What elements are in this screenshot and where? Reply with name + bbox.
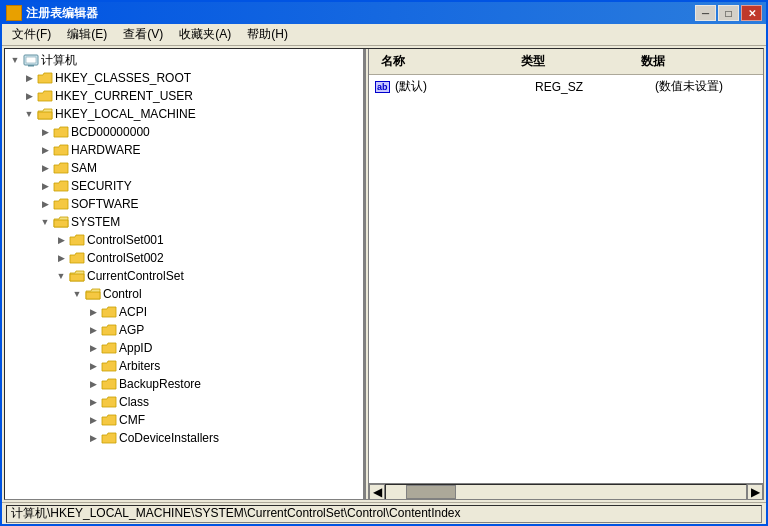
tree-label-agp: AGP (119, 323, 144, 337)
col-header-type: 类型 (513, 51, 633, 72)
tree-node-bcd: ▶ BCD00000000 (5, 123, 363, 141)
tree-label-currentcs: CurrentControlSet (87, 269, 184, 283)
tree-label-backuprestore: BackupRestore (119, 377, 201, 391)
folder-icon-system (53, 215, 69, 229)
folder-icon-hkcr (37, 71, 53, 85)
expand-icon-appid: ▶ (85, 340, 101, 356)
minimize-button[interactable]: ─ (695, 5, 716, 21)
folder-icon-class (101, 395, 117, 409)
ab-icon: ab (375, 81, 390, 93)
tree-node-system: ▼ SYSTEM (5, 213, 363, 231)
hscroll-left-btn[interactable]: ◀ (369, 484, 385, 500)
right-hscrollbar-container: ◀ ▶ (369, 483, 763, 499)
tree-node-class: ▶ Class (5, 393, 363, 411)
expand-icon-hkcr: ▶ (21, 70, 37, 86)
svg-rect-1 (26, 57, 36, 63)
tree-node-hklm: ▼ HKEY_LOCAL_MACHINE (5, 105, 363, 123)
close-button[interactable]: ✕ (741, 5, 762, 21)
menu-view[interactable]: 查看(V) (115, 24, 171, 45)
hscroll-right-btn[interactable]: ▶ (747, 484, 763, 500)
tree-node-security: ▶ SECURITY (5, 177, 363, 195)
folder-icon-agp (101, 323, 117, 337)
folder-icon-sam (53, 161, 69, 175)
column-headers: 名称 类型 数据 (369, 49, 763, 75)
hscrollbar[interactable] (385, 484, 747, 500)
tree-label-acpi: ACPI (119, 305, 147, 319)
menu-file[interactable]: 文件(F) (4, 24, 59, 45)
expand-icon-computer: ▼ (7, 52, 23, 68)
folder-icon-software (53, 197, 69, 211)
tree-node-cmf: ▶ CMF (5, 411, 363, 429)
right-panel: 名称 类型 数据 ab (默认) REG_SZ (数值未设置) ◀ (369, 49, 763, 499)
col-header-data: 数据 (633, 51, 759, 72)
entry-data: (数值未设置) (655, 78, 757, 95)
folder-icon-hkcu (37, 89, 53, 103)
right-content[interactable]: ab (默认) REG_SZ (数值未设置) (369, 75, 763, 483)
expand-icon-acpi: ▶ (85, 304, 101, 320)
menubar: 文件(F) 编辑(E) 查看(V) 收藏夹(A) 帮助(H) (2, 24, 766, 46)
expand-icon-control: ▼ (69, 286, 85, 302)
tree-node-codeviceinstallers: ▶ CoDeviceInstallers (5, 429, 363, 447)
tree-node-backuprestore: ▶ BackupRestore (5, 375, 363, 393)
folder-icon-hklm (37, 107, 53, 121)
tree-label-codeviceinstallers: CoDeviceInstallers (119, 431, 219, 445)
tree-node-control: ▼ Control (5, 285, 363, 303)
expand-icon-hkcu: ▶ (21, 88, 37, 104)
entry-type: REG_SZ (535, 80, 655, 94)
expand-icon-ccs001: ▶ (53, 232, 69, 248)
status-path: 计算机\HKEY_LOCAL_MACHINE\SYSTEM\CurrentCon… (6, 505, 762, 523)
tree-label-arbiters: Arbiters (119, 359, 160, 373)
window-controls: ─ □ ✕ (695, 5, 762, 21)
folder-icon-security (53, 179, 69, 193)
maximize-button[interactable]: □ (718, 5, 739, 21)
tree-node-sam: ▶ SAM (5, 159, 363, 177)
entry-name: (默认) (395, 78, 535, 95)
menu-favorites[interactable]: 收藏夹(A) (171, 24, 239, 45)
expand-icon-bcd: ▶ (37, 124, 53, 140)
app-icon (6, 5, 22, 21)
expand-icon-cmf: ▶ (85, 412, 101, 428)
menu-edit[interactable]: 编辑(E) (59, 24, 115, 45)
tree-label-hklm: HKEY_LOCAL_MACHINE (55, 107, 196, 121)
tree-node-hkcu: ▶ HKEY_CURRENT_USER (5, 87, 363, 105)
folder-icon-appid (101, 341, 117, 355)
expand-icon-security: ▶ (37, 178, 53, 194)
tree-node-hkcr: ▶ HKEY_CLASSES_ROOT (5, 69, 363, 87)
tree-node-agp: ▶ AGP (5, 321, 363, 339)
hscrollbar-thumb[interactable] (406, 485, 456, 499)
expand-icon-agp: ▶ (85, 322, 101, 338)
registry-entry[interactable]: ab (默认) REG_SZ (数值未设置) (371, 77, 761, 96)
tree-label-hardware: HARDWARE (71, 143, 141, 157)
tree-node-appid: ▶ AppID (5, 339, 363, 357)
expand-icon-sam: ▶ (37, 160, 53, 176)
tree-node-currentcs: ▼ CurrentControlSet (5, 267, 363, 285)
tree-node-computer: ▼ 计算机 (5, 51, 363, 69)
tree-label-sam: SAM (71, 161, 97, 175)
expand-icon-backuprestore: ▶ (85, 376, 101, 392)
folder-icon-ccs001 (69, 233, 85, 247)
folder-icon-arbiters (101, 359, 117, 373)
main-window: 注册表编辑器 ─ □ ✕ 文件(F) 编辑(E) 查看(V) 收藏夹(A) 帮助… (0, 0, 768, 526)
folder-icon-backuprestore (101, 377, 117, 391)
computer-icon (23, 53, 39, 67)
tree-label-bcd: BCD00000000 (71, 125, 150, 139)
tree-label-software: SOFTWARE (71, 197, 139, 211)
tree-label-ccs001: ControlSet001 (87, 233, 164, 247)
expand-icon-arbiters: ▶ (85, 358, 101, 374)
folder-icon-ccs002 (69, 251, 85, 265)
expand-icon-codeviceinstallers: ▶ (85, 430, 101, 446)
expand-icon-hklm: ▼ (21, 106, 37, 122)
folder-icon-cmf (101, 413, 117, 427)
tree-label-class: Class (119, 395, 149, 409)
expand-icon-currentcs: ▼ (53, 268, 69, 284)
folder-icon-currentcs (69, 269, 85, 283)
menu-help[interactable]: 帮助(H) (239, 24, 296, 45)
tree-label-control: Control (103, 287, 142, 301)
main-content: ▼ 计算机 ▶ (4, 48, 764, 500)
entry-value-icon: ab (375, 81, 391, 93)
tree-node-hardware: ▶ HARDWARE (5, 141, 363, 159)
tree-node-arbiters: ▶ Arbiters (5, 357, 363, 375)
tree-panel[interactable]: ▼ 计算机 ▶ (5, 49, 365, 499)
expand-icon-system: ▼ (37, 214, 53, 230)
col-header-name: 名称 (373, 51, 513, 72)
